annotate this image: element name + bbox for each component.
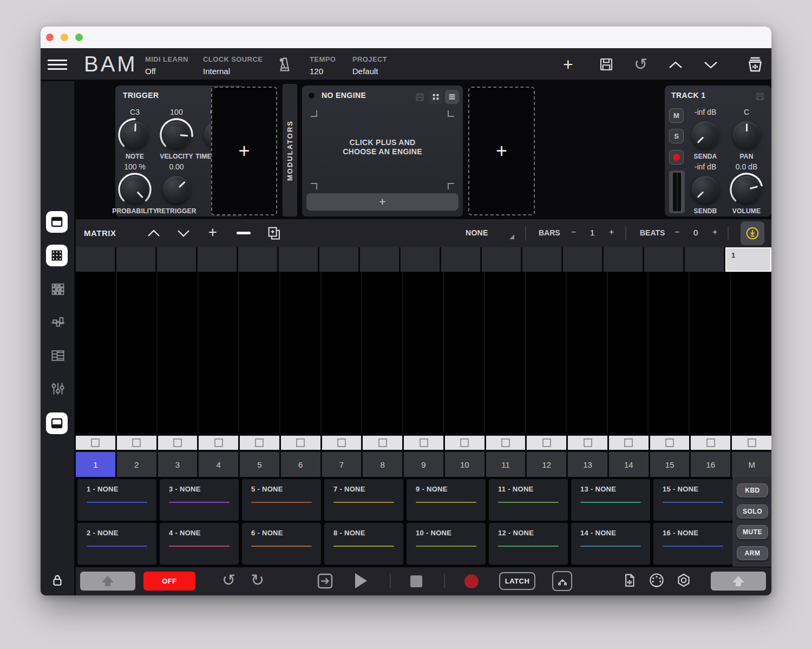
play-button[interactable] xyxy=(355,573,367,588)
matrix-cell[interactable] xyxy=(604,247,643,272)
grid-column[interactable] xyxy=(117,272,158,433)
track-checkbox[interactable] xyxy=(281,436,320,450)
matrix-cell[interactable] xyxy=(563,247,602,272)
engine-list-view-icon[interactable] xyxy=(445,90,459,104)
matrix-cell[interactable] xyxy=(401,247,440,272)
grid-column[interactable] xyxy=(649,272,690,433)
undo-icon[interactable]: ↺ xyxy=(222,572,235,588)
pan-knob[interactable]: C PAN xyxy=(722,108,771,160)
sidebar-item-sequencer-view[interactable] xyxy=(49,280,67,298)
track-select-2[interactable]: 2 xyxy=(117,452,156,477)
settings-hexagon-icon[interactable] xyxy=(676,572,692,591)
lock-icon[interactable] xyxy=(50,573,65,590)
track-checkbox[interactable] xyxy=(363,436,402,450)
track-select-11[interactable]: 11 xyxy=(486,452,526,477)
track-checkbox[interactable] xyxy=(117,436,156,450)
collapse-top-button[interactable] xyxy=(80,572,135,591)
stop-button[interactable] xyxy=(410,575,422,587)
pad-cell[interactable]: 9 - NONE xyxy=(407,479,486,521)
matrix-cell[interactable] xyxy=(360,247,399,272)
record-button[interactable] xyxy=(464,574,479,588)
midi-learn-field[interactable]: MIDI LEARN Off xyxy=(145,55,188,76)
bars-increment[interactable]: + xyxy=(609,227,614,237)
track-select-6[interactable]: 6 xyxy=(281,452,320,477)
matrix-cell[interactable] xyxy=(279,247,318,272)
matrix-add-icon[interactable]: + xyxy=(208,224,217,241)
sidebar-item-pianoroll-view[interactable] xyxy=(49,346,67,365)
maximize-window-button[interactable] xyxy=(75,34,83,41)
chevron-up-icon[interactable] xyxy=(667,60,684,72)
matrix-shift-up-icon[interactable] xyxy=(146,229,162,240)
grid-column[interactable] xyxy=(567,272,608,433)
track-select-4[interactable]: 4 xyxy=(199,452,238,477)
pad-cell[interactable]: 11 - NONE xyxy=(489,479,568,521)
undo-icon[interactable]: ↺ xyxy=(634,56,647,73)
track-checkbox[interactable] xyxy=(732,436,771,450)
track-select-master[interactable]: M xyxy=(732,452,771,477)
track-save-icon[interactable] xyxy=(754,90,767,103)
track-checkbox[interactable] xyxy=(486,436,526,450)
track-select-14[interactable]: 14 xyxy=(609,452,649,477)
track-checkbox[interactable] xyxy=(568,436,607,450)
tempo-field[interactable]: TEMPO 120 xyxy=(310,55,336,76)
hamburger-menu-icon[interactable] xyxy=(48,57,67,73)
track-select-15[interactable]: 15 xyxy=(650,452,690,477)
project-field[interactable]: PROJECT Default xyxy=(352,55,387,76)
pad-cell[interactable]: 7 - NONE xyxy=(324,479,403,521)
track-select-8[interactable]: 8 xyxy=(363,452,402,477)
track-checkbox[interactable] xyxy=(691,436,730,450)
track-select-1[interactable]: 1 xyxy=(76,452,115,477)
mute-button[interactable]: MUTE xyxy=(737,525,768,539)
engine-save-icon[interactable] xyxy=(412,90,427,104)
track-checkbox[interactable] xyxy=(445,436,484,450)
pad-cell[interactable]: 13 - NONE xyxy=(571,479,650,521)
audio-file-icon[interactable] xyxy=(621,572,638,591)
track-checkbox[interactable] xyxy=(609,436,649,450)
grid-column[interactable] xyxy=(403,272,444,433)
track-select-12[interactable]: 12 xyxy=(527,452,566,477)
track-select-3[interactable]: 3 xyxy=(158,452,198,477)
track-select-16[interactable]: 16 xyxy=(691,452,730,477)
matrix-scene-1-cell[interactable]: 1 xyxy=(725,247,771,272)
grid-column[interactable] xyxy=(731,272,772,433)
retrigger-knob[interactable]: 0.00 RETRIGGER xyxy=(152,162,201,215)
grid-column[interactable] xyxy=(444,272,485,433)
pad-cell[interactable]: 6 - NONE xyxy=(242,523,321,565)
matrix-cell[interactable] xyxy=(522,247,561,272)
close-window-button[interactable] xyxy=(46,34,54,41)
matrix-cell[interactable] xyxy=(76,247,115,272)
sample-pool-icon[interactable] xyxy=(746,55,764,76)
matrix-duplicate-icon[interactable] xyxy=(266,226,281,243)
arm-button[interactable]: ARM xyxy=(737,546,768,560)
midi-din-icon[interactable] xyxy=(649,572,665,591)
pad-cell[interactable]: 1 - NONE xyxy=(77,479,156,521)
track-select-10[interactable]: 10 xyxy=(445,452,484,477)
bars-decrement[interactable]: − xyxy=(571,227,576,237)
matrix-shift-down-icon[interactable] xyxy=(175,229,192,240)
engine-grid-view-icon[interactable] xyxy=(429,90,443,104)
sidebar-item-mixer-view[interactable] xyxy=(49,379,67,398)
grid-column[interactable] xyxy=(322,272,363,433)
add-icon[interactable]: + xyxy=(563,55,573,75)
matrix-cell[interactable] xyxy=(116,247,155,272)
track-select-9[interactable]: 9 xyxy=(404,452,443,477)
track-checkbox[interactable] xyxy=(158,436,198,450)
kbd-button[interactable]: KBD xyxy=(737,483,768,497)
pad-cell[interactable]: 15 - NONE xyxy=(653,479,732,521)
sidebar-item-bottom-panel[interactable] xyxy=(46,412,68,434)
track-checkbox[interactable] xyxy=(404,436,443,450)
add-engine-slot[interactable]: + xyxy=(468,87,535,215)
beats-increment[interactable]: + xyxy=(712,227,717,237)
grid-column[interactable] xyxy=(608,272,649,433)
latch-button[interactable]: LATCH xyxy=(499,572,535,590)
track-select-7[interactable]: 7 xyxy=(322,452,362,477)
grid-column[interactable] xyxy=(485,272,526,433)
matrix-cell[interactable] xyxy=(685,247,724,272)
collapse-bottom-button[interactable] xyxy=(711,572,766,591)
engine-power-indicator[interactable] xyxy=(309,93,315,99)
scene-select[interactable]: NONE xyxy=(466,228,488,237)
track-select-13[interactable]: 13 xyxy=(568,452,607,477)
matrix-cell[interactable] xyxy=(482,247,521,272)
pad-cell[interactable]: 2 - NONE xyxy=(77,523,156,565)
metronome-icon[interactable] xyxy=(276,56,293,75)
